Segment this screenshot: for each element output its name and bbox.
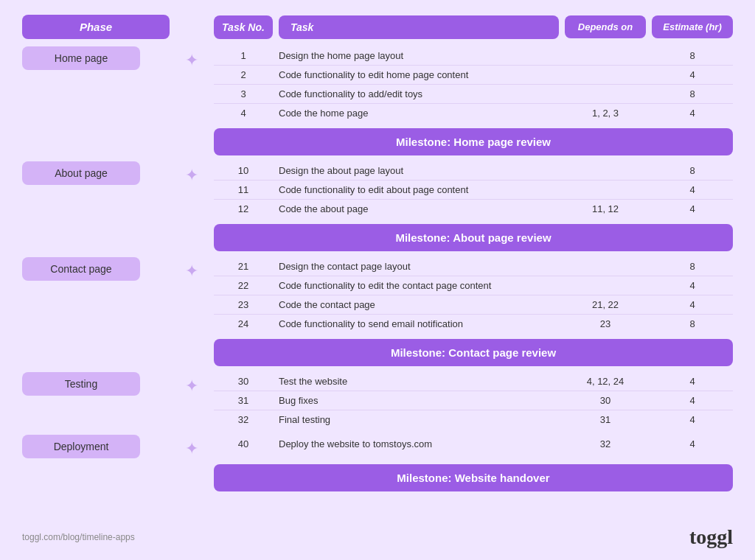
task-name-4-0: Deploy the website to tomstoys.com (279, 438, 559, 449)
task-row-0-3: 4Code the home page1, 2, 34 (214, 104, 733, 122)
estimate-val-1-2: 4 (652, 203, 733, 214)
milestone-bar-0: Milestone: Home page review (214, 128, 733, 155)
depends-val-2-2: 21, 22 (565, 299, 646, 310)
star-col-1: ✦ (170, 161, 214, 185)
tasks-col-2: 21Design the contact page layout822Code … (214, 257, 733, 333)
star-icon-2: ✦ (185, 262, 198, 281)
task-name-3-2: Final testing (279, 414, 559, 425)
phase-label-4: Deployment (22, 435, 170, 458)
task-row-3-1: 31Bug fixes304 (214, 391, 733, 410)
task-no-3-1: 31 (214, 395, 273, 406)
depends-val-0-3: 1, 2, 3 (565, 108, 646, 119)
phase-section-4: Deployment✦40Deploy the website to tomst… (22, 435, 733, 458)
tasks-col-4: 40Deploy the website to tomstoys.com324 (214, 435, 733, 453)
depends-val-3-2: 31 (565, 414, 646, 425)
tasks-col-3: 30Test the website4, 12, 24431Bug fixes3… (214, 372, 733, 429)
footer-link: toggl.com/blog/timeline-apps (22, 532, 135, 542)
task-name-1-0: Design the about page layout (279, 165, 559, 176)
milestone-row-4: Milestone: Website handover (22, 464, 733, 491)
phase-pill-3: Testing (22, 372, 140, 396)
star-icon-4: ✦ (185, 439, 198, 458)
depends-val-1-2: 11, 12 (565, 203, 646, 214)
task-no-2-3: 24 (214, 318, 273, 329)
task-row-0-0: 1Design the home page layout8 (214, 46, 733, 66)
header-row: Phase Task No. Task Depends on Estimate … (22, 15, 733, 39)
estimate-val-0-2: 8 (652, 88, 733, 99)
milestone-row-0: Milestone: Home page review (22, 128, 733, 155)
task-name-2-3: Code functionality to send email notific… (279, 318, 559, 329)
task-row-4-0: 40Deploy the website to tomstoys.com324 (214, 435, 733, 453)
task-row-2-2: 23Code the contact page21, 224 (214, 295, 733, 315)
task-no-1-1: 11 (214, 184, 273, 195)
task-no-2-2: 23 (214, 299, 273, 310)
estimate-val-2-2: 4 (652, 299, 733, 310)
task-header: Task (279, 15, 559, 39)
phase-pill-1: About page (22, 161, 140, 185)
task-name-1-1: Code functionality to edit about page co… (279, 184, 559, 195)
task-no-3-2: 32 (214, 414, 273, 425)
task-row-1-0: 10Design the about page layout8 (214, 161, 733, 181)
task-name-0-3: Code the home page (279, 108, 559, 119)
task-headers: Task No. Task Depends on Estimate (hr) (214, 15, 733, 39)
depends-header: Depends on (565, 15, 646, 38)
estimate-val-4-0: 4 (652, 438, 733, 449)
task-name-0-1: Code functionality to edit home page con… (279, 69, 559, 80)
depends-val-4-0: 32 (565, 438, 646, 449)
task-name-2-2: Code the contact page (279, 299, 559, 310)
star-col-2: ✦ (170, 257, 214, 281)
phase-col-header: Phase (22, 15, 170, 39)
footer: toggl.com/blog/timeline-apps toggl (22, 525, 733, 549)
task-no-4-0: 40 (214, 438, 273, 449)
milestone-bar-4: Milestone: Website handover (214, 464, 733, 491)
task-name-2-1: Code functionality to edit the contact p… (279, 280, 559, 291)
star-col-4: ✦ (170, 435, 214, 458)
depends-val-3-0: 4, 12, 24 (565, 376, 646, 387)
task-no-2-1: 22 (214, 280, 273, 291)
phase-pill-0: Home page (22, 46, 140, 70)
task-name-3-1: Bug fixes (279, 395, 559, 406)
phase-section-2: Contact page✦21Design the contact page l… (22, 257, 733, 333)
task-row-1-1: 11Code functionality to edit about page … (214, 181, 733, 200)
phase-section-3: Testing✦30Test the website4, 12, 24431Bu… (22, 372, 733, 429)
estimate-val-2-1: 4 (652, 280, 733, 291)
estimate-val-1-1: 4 (652, 184, 733, 195)
task-name-0-2: Code functionality to add/edit toys (279, 88, 559, 99)
task-no-1-0: 10 (214, 165, 273, 176)
estimate-val-0-0: 8 (652, 50, 733, 61)
phase-pill-2: Contact page (22, 257, 140, 281)
star-icon-3: ✦ (185, 377, 198, 396)
task-row-0-2: 3Code functionality to add/edit toys8 (214, 85, 733, 104)
phase-section-1: About page✦10Design the about page layou… (22, 161, 733, 218)
tasks-col-1: 10Design the about page layout811Code fu… (214, 161, 733, 218)
milestone-bar-2: Milestone: Contact page review (214, 339, 733, 366)
estimate-val-2-0: 8 (652, 261, 733, 272)
star-icon-0: ✦ (185, 51, 198, 70)
phases-container: Home page✦1Design the home page layout82… (22, 46, 733, 491)
task-no-1-2: 12 (214, 203, 273, 214)
toggl-logo: toggl (689, 525, 733, 549)
task-row-2-1: 22Code functionality to edit the contact… (214, 276, 733, 295)
estimate-val-3-0: 4 (652, 376, 733, 387)
tasks-col-0: 1Design the home page layout82Code funct… (214, 46, 733, 122)
estimate-header: Estimate (hr) (652, 15, 733, 38)
task-no-3-0: 30 (214, 376, 273, 387)
task-row-0-1: 2Code functionality to edit home page co… (214, 66, 733, 85)
phase-section-0: Home page✦1Design the home page layout82… (22, 46, 733, 122)
task-name-0-0: Design the home page layout (279, 50, 559, 61)
task-name-3-0: Test the website (279, 376, 559, 387)
estimate-val-1-0: 8 (652, 165, 733, 176)
milestone-row-1: Milestone: About page review (22, 224, 733, 251)
task-row-1-2: 12Code the about page11, 124 (214, 200, 733, 218)
phase-pill-4: Deployment (22, 435, 140, 458)
task-name-2-0: Design the contact page layout (279, 261, 559, 272)
estimate-val-0-1: 4 (652, 69, 733, 80)
star-col-3: ✦ (170, 372, 214, 396)
phase-label-2: Contact page (22, 257, 170, 281)
estimate-val-2-3: 8 (652, 318, 733, 329)
milestone-row-2: Milestone: Contact page review (22, 339, 733, 366)
task-no-header: Task No. (214, 15, 273, 39)
task-row-3-0: 30Test the website4, 12, 244 (214, 372, 733, 391)
task-row-2-3: 24Code functionality to send email notif… (214, 315, 733, 333)
task-no-0-2: 3 (214, 88, 273, 99)
main-container: Phase Task No. Task Depends on Estimate … (0, 0, 755, 560)
